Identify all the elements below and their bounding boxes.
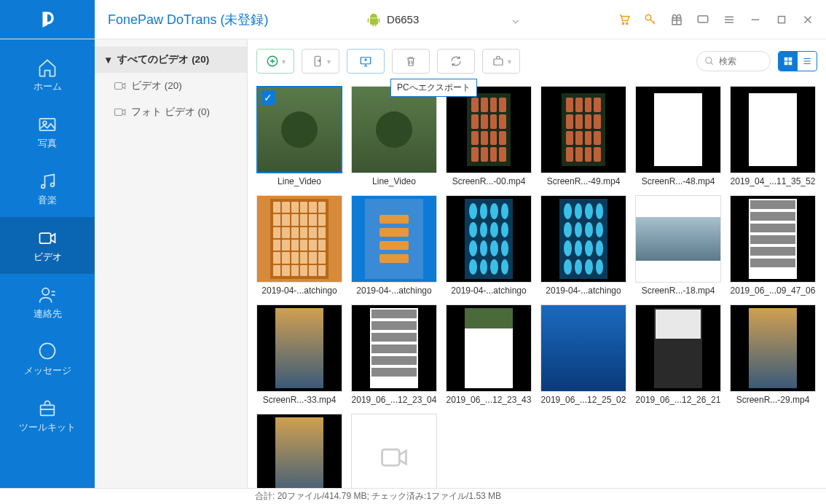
video-item[interactable] [256, 414, 342, 488]
video-thumbnail[interactable] [351, 86, 437, 173]
video-item[interactable]: ✓Line_Video [256, 86, 342, 186]
android-icon [366, 12, 381, 27]
video-thumbnail[interactable] [540, 195, 626, 283]
tree-root-all-videos[interactable]: ▼ すべてのビデオ (20) [95, 47, 247, 73]
video-item[interactable]: ScreenR...-18.mp4 [635, 195, 721, 296]
video-item[interactable]: 2019-04-...atchingo [256, 195, 342, 296]
triangle-down-icon: ▼ [103, 55, 113, 66]
video-thumbnail[interactable] [256, 304, 342, 392]
video-filename: ScreenR...-33.mp4 [256, 392, 342, 405]
video-thumbnail[interactable] [730, 304, 816, 392]
svg-point-2 [645, 15, 651, 20]
video-item[interactable]: ScreenR...-48.mp4 [635, 86, 721, 186]
sidebar-item-photos[interactable]: 写真 [0, 103, 95, 160]
video-item[interactable]: 2019_04_...11_35_52 [730, 86, 816, 186]
export-to-device-button[interactable]: ▾ [302, 49, 339, 74]
video-thumbnail[interactable] [635, 304, 721, 392]
grid-view-button[interactable] [779, 52, 798, 71]
device-name: D6653 [387, 13, 419, 25]
search-box[interactable] [696, 51, 771, 71]
video-thumbnail[interactable] [446, 304, 532, 392]
titlebar-actions [618, 13, 826, 26]
video-thumbnail[interactable] [351, 195, 437, 283]
feedback-icon[interactable] [696, 13, 709, 26]
video-thumbnail[interactable] [540, 304, 626, 392]
sidebar-item-contacts[interactable]: 連絡先 [0, 274, 95, 331]
svg-point-0 [622, 23, 624, 24]
svg-rect-24 [789, 62, 792, 66]
video-thumbnail[interactable] [635, 86, 721, 173]
maximize-button[interactable] [775, 13, 788, 26]
video-item[interactable]: 2019_06_...12_26_21 [635, 304, 721, 405]
video-item[interactable]: 2019_06_...12_23_43 [446, 304, 532, 405]
video-item[interactable]: ScreenR...-33.mp4 [256, 304, 342, 405]
svg-rect-23 [784, 62, 788, 66]
svg-point-1 [626, 23, 628, 24]
status-text: 合計: 20ファイル/414.79 MB; チェック済み:1ファイル/1.53 … [255, 490, 501, 503]
delete-button[interactable] [392, 49, 430, 74]
refresh-button[interactable] [437, 49, 475, 74]
svg-point-7 [43, 121, 47, 125]
svg-point-11 [42, 288, 49, 294]
video-thumbnail[interactable] [730, 86, 816, 173]
video-filename: ScreenR...-18.mp4 [635, 283, 721, 296]
video-filename: 2019-04-...atchingo [540, 283, 626, 296]
menu-icon[interactable] [723, 13, 736, 26]
svg-rect-25 [382, 449, 400, 465]
video-thumbnail[interactable]: ✓ [256, 86, 342, 173]
close-button[interactable] [801, 13, 814, 26]
video-filename: 2019_04_...11_35_52 [730, 173, 816, 186]
add-button[interactable]: ▾ [256, 49, 294, 74]
sidebar-item-home[interactable]: ホーム [0, 47, 95, 103]
video-item[interactable]: ScreenR...-00.mp4 [446, 86, 532, 186]
sidebar-item-video[interactable]: ビデオ [0, 217, 95, 274]
svg-point-20 [706, 58, 712, 63]
video-thumbnail[interactable] [540, 86, 626, 173]
video-item[interactable]: 2019_06_...12_25_02 [540, 304, 626, 405]
video-item[interactable]: 2019-04-...atchingo [351, 195, 437, 296]
video-thumbnail[interactable] [446, 86, 532, 173]
svg-rect-22 [789, 58, 792, 61]
video-item[interactable]: 2019-04-...atchingo [446, 195, 532, 296]
checkbox-checked-icon: ✓ [261, 90, 275, 105]
video-item[interactable]: Line_Video [351, 86, 437, 186]
video-item[interactable] [351, 414, 437, 488]
svg-point-9 [51, 183, 55, 186]
video-thumbnail[interactable] [730, 195, 816, 283]
list-view-button[interactable] [798, 52, 817, 71]
video-item[interactable]: ScreenR...-29.mp4 [730, 304, 816, 405]
tree-item-photo-videos[interactable]: フォト ビデオ (0) [95, 99, 247, 125]
tree-item-videos[interactable]: ビデオ (20) [95, 73, 247, 99]
video-filename: Line_Video [351, 173, 437, 186]
video-thumbnail[interactable] [446, 195, 532, 283]
video-thumbnail[interactable] [351, 304, 437, 392]
chevron-down-icon: ▾ [282, 58, 286, 66]
minimize-button[interactable] [749, 13, 762, 26]
video-item[interactable]: 2019-04-...atchingo [540, 195, 626, 296]
key-icon[interactable] [644, 13, 657, 26]
video-item[interactable]: ScreenR...-49.mp4 [540, 86, 626, 186]
export-to-pc-button[interactable] [347, 49, 385, 74]
sidebar-item-toolkit[interactable]: ツールキット [0, 387, 95, 444]
video-filename: 2019-04-...atchingo [256, 283, 342, 296]
video-filename: 2019-04-...atchingo [446, 283, 532, 296]
toolbox-button[interactable]: ▾ [482, 49, 520, 74]
gift-icon[interactable] [670, 13, 683, 26]
toolbar: ▾ ▾ ▾ PCへエクスポート [248, 39, 826, 83]
video-filename: Line_Video [256, 173, 342, 186]
video-thumbnail[interactable] [256, 414, 342, 488]
sidebar: ホーム 写真 音楽 ビデオ 連絡先 メッセージ ツールキット [0, 39, 95, 488]
video-item[interactable]: 2019_06_...09_47_06 [730, 195, 816, 296]
video-item[interactable]: 2019_06_...12_23_04 [351, 304, 437, 405]
device-selector[interactable]: D6653 ⌵ [358, 0, 528, 39]
view-toggle [778, 51, 817, 71]
video-thumbnail[interactable] [635, 195, 721, 283]
video-thumbnail[interactable] [351, 414, 437, 488]
svg-rect-13 [41, 405, 55, 415]
video-thumbnail[interactable] [256, 195, 342, 283]
sidebar-item-music[interactable]: 音楽 [0, 160, 95, 217]
cart-icon[interactable] [618, 13, 631, 26]
search-icon [704, 56, 715, 66]
search-input[interactable] [719, 56, 763, 66]
sidebar-item-messages[interactable]: メッセージ [0, 331, 95, 387]
